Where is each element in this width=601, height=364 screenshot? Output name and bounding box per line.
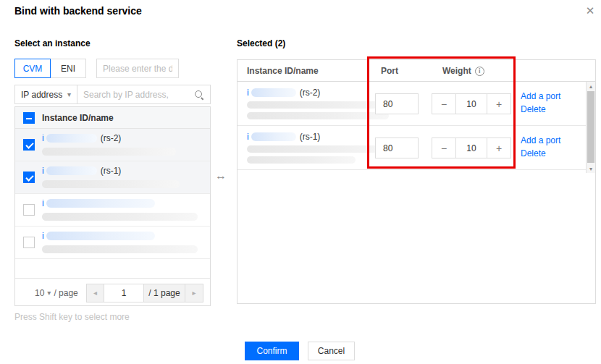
weight-column-header: Weight i <box>442 66 484 76</box>
filter-type-value: IP address <box>21 90 62 100</box>
instance-name: i (rs-2) <box>42 133 121 143</box>
current-page-input[interactable] <box>104 284 144 302</box>
scrollbar-thumb[interactable] <box>587 91 594 163</box>
redacted-instance-ip <box>42 148 176 156</box>
per-page-label: / page <box>54 288 77 298</box>
row-actions: Add a port Delete <box>521 134 560 160</box>
page-controls: ◂ / 1 page ▸ <box>86 284 203 302</box>
page-size-value: 10 <box>35 288 44 298</box>
redacted-instance-id <box>46 232 155 240</box>
scroll-down-icon[interactable]: ▾ <box>587 164 595 173</box>
table-row[interactable]: i <box>15 194 210 227</box>
search-box <box>77 85 210 103</box>
prev-page-button[interactable]: ◂ <box>86 284 104 302</box>
filter-type-dropdown[interactable]: IP address ▾ <box>15 85 77 103</box>
search-input[interactable] <box>83 90 194 100</box>
chevron-down-icon: ▾ <box>67 90 71 98</box>
redacted-instance-ip <box>42 245 198 253</box>
weight-value[interactable]: 10 <box>455 138 487 158</box>
row-checkbox[interactable] <box>23 204 35 216</box>
select-all-checkbox[interactable] <box>23 112 35 124</box>
redacted-instance-id <box>46 134 97 143</box>
tab-eni[interactable]: ENI <box>50 59 86 78</box>
instance-type-tabs: CVM ENI <box>14 59 86 78</box>
redacted-instance-ip <box>247 112 389 119</box>
shift-select-hint: Press Shift key to select more <box>14 312 130 322</box>
row-checkbox[interactable] <box>23 237 35 248</box>
redacted-instance-ip <box>247 145 392 153</box>
redacted-instance-id <box>46 166 97 175</box>
tab-cvm[interactable]: CVM <box>14 59 51 78</box>
destination-input[interactable] <box>96 59 179 78</box>
port-column-header: Port <box>381 66 398 76</box>
instance-name: i (rs-1) <box>42 166 121 176</box>
plus-button[interactable]: + <box>487 94 510 114</box>
row-checkbox[interactable] <box>23 139 35 151</box>
select-instance-label: Select an instance <box>14 38 91 48</box>
redacted-instance-id <box>46 199 155 208</box>
add-port-link[interactable]: Add a port <box>521 90 560 103</box>
selected-count-label: Selected (2) <box>237 38 285 48</box>
confirm-button[interactable]: Confirm <box>245 342 299 360</box>
minus-button[interactable]: − <box>432 138 455 158</box>
delete-link[interactable]: Delete <box>521 147 560 160</box>
redacted-instance-ip <box>42 180 180 188</box>
selected-row: i (rs-1) − 10 + Add a port Delete <box>238 126 586 170</box>
weight-stepper: − 10 + <box>432 137 511 158</box>
redacted-instance-id <box>251 88 296 97</box>
close-icon[interactable]: ✕ <box>582 3 598 19</box>
scroll-up-icon[interactable]: ▴ <box>587 82 595 90</box>
instance-table-header: Instance ID/name <box>15 107 210 129</box>
table-filler <box>15 259 210 278</box>
selected-table-header: Instance ID/name Port Weight i <box>238 60 595 82</box>
weight-value[interactable]: 10 <box>455 94 487 114</box>
port-input[interactable] <box>375 93 419 114</box>
redacted-instance-ip <box>42 213 198 221</box>
selected-table: Instance ID/name Port Weight i i (rs-2) … <box>237 59 596 304</box>
instance-name: i (rs-1) <box>247 132 320 142</box>
table-row[interactable]: i <box>15 227 210 259</box>
instance-column-header: Instance ID/name <box>247 66 319 76</box>
filter-bar: IP address ▾ <box>14 85 211 104</box>
add-port-link[interactable]: Add a port <box>521 134 560 147</box>
chevron-down-icon: ▾ <box>47 289 51 297</box>
bind-backend-dialog: Bind with backend service ✕ Select an in… <box>0 0 601 364</box>
selected-row: i (rs-2) − 10 + Add a port Delete <box>238 82 586 126</box>
table-row[interactable]: i (rs-2) <box>15 129 210 161</box>
row-actions: Add a port Delete <box>521 90 560 116</box>
plus-button[interactable]: + <box>487 138 510 158</box>
instance-table: Instance ID/name i (rs-2) i (rs-1) i <box>14 106 211 306</box>
swap-arrows-icon: ↔ <box>215 169 227 182</box>
info-icon[interactable]: i <box>475 67 484 76</box>
weight-stepper: − 10 + <box>432 93 511 114</box>
dialog-title: Bind with backend service <box>14 5 142 17</box>
redacted-instance-id <box>251 132 296 141</box>
redacted-instance-ip <box>247 156 356 164</box>
row-checkbox[interactable] <box>23 172 35 183</box>
instance-name: i <box>42 198 157 208</box>
minus-button[interactable]: − <box>432 94 455 114</box>
total-pages-label: / 1 page <box>144 284 185 302</box>
cancel-button[interactable]: Cancel <box>308 342 355 360</box>
selected-rows: i (rs-2) − 10 + Add a port Delete <box>238 82 586 170</box>
port-input[interactable] <box>375 137 419 158</box>
instance-id-name-header: Instance ID/name <box>42 113 114 123</box>
next-page-button[interactable]: ▸ <box>185 284 203 302</box>
instance-name: i <box>42 231 157 241</box>
scrollbar[interactable]: ▴ ▾ <box>586 82 595 173</box>
delete-link[interactable]: Delete <box>521 103 560 116</box>
instance-name: i (rs-2) <box>247 88 320 98</box>
search-icon[interactable] <box>194 90 204 100</box>
pagination-bar: 10 ▾ / page ◂ / 1 page ▸ <box>15 278 210 307</box>
table-row[interactable]: i (rs-1) <box>15 161 210 194</box>
page-size-dropdown[interactable]: 10 ▾ / page <box>35 288 78 298</box>
